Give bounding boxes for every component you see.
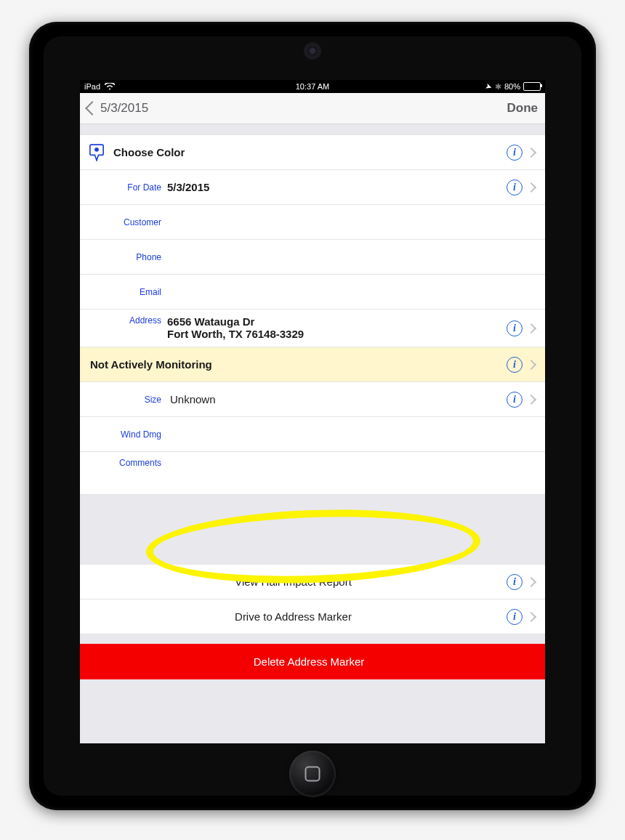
chevron-right-icon — [526, 323, 536, 333]
info-icon[interactable]: i — [507, 179, 523, 195]
battery-icon — [523, 82, 541, 91]
address-line2: Fort Worth, TX 76148-3329 — [167, 328, 304, 340]
phone-label: Phone — [80, 252, 167, 262]
done-button[interactable]: Done — [507, 101, 539, 116]
choose-color-row[interactable]: Choose Color i — [80, 134, 545, 170]
back-title: 5/3/2015 — [100, 101, 148, 116]
nav-bar: 5/3/2015 Done — [80, 93, 545, 124]
chevron-right-icon — [526, 147, 536, 157]
monitoring-label: Not Actively Monitoring — [80, 358, 507, 371]
view-report-row[interactable]: View Hail Impact Report i — [80, 564, 545, 599]
address-value: 6656 Watauga Dr Fort Worth, TX 76148-332… — [167, 315, 507, 340]
location-icon: ➤ — [484, 81, 493, 92]
chevron-right-icon — [526, 359, 536, 369]
delete-marker-label: Delete Address Marker — [80, 655, 538, 668]
customer-label: Customer — [80, 217, 167, 227]
wifi-icon — [105, 83, 115, 90]
front-camera — [308, 47, 317, 55]
comments-label: Comments — [80, 458, 167, 468]
info-icon[interactable]: i — [507, 392, 523, 408]
delete-marker-row[interactable]: Delete Address Marker — [80, 644, 545, 679]
info-icon[interactable]: i — [507, 357, 523, 373]
address-label: Address — [80, 315, 167, 326]
chevron-left-icon — [85, 101, 100, 116]
ipad-frame: iPad 10:37 AM ➤ ✱ 80% 5/3/2015 — [29, 22, 596, 810]
info-icon[interactable]: i — [507, 574, 523, 590]
chevron-right-icon — [526, 182, 536, 192]
address-row[interactable]: Address 6656 Watauga Dr Fort Worth, TX 7… — [80, 309, 545, 347]
carrier-label: iPad — [84, 82, 100, 91]
clock: 10:37 AM — [236, 82, 388, 91]
home-button[interactable] — [289, 751, 336, 797]
view-report-label: View Hail Impact Report — [80, 576, 507, 588]
info-icon[interactable]: i — [507, 320, 523, 336]
choose-color-label: Choose Color — [113, 146, 507, 158]
info-icon[interactable]: i — [507, 145, 523, 161]
for-date-label: For Date — [80, 182, 167, 193]
wind-dmg-row[interactable]: Wind Dmg — [80, 416, 545, 452]
svg-point-0 — [94, 147, 99, 151]
pin-icon — [89, 144, 104, 161]
wind-dmg-label: Wind Dmg — [80, 429, 167, 440]
drive-to-marker-label: Drive to Address Marker — [80, 610, 507, 623]
bluetooth-icon: ✱ — [495, 82, 501, 92]
monitoring-row[interactable]: Not Actively Monitoring i — [80, 347, 545, 382]
email-row[interactable]: Email — [80, 274, 545, 310]
customer-row[interactable]: Customer — [80, 204, 545, 240]
for-date-value: 5/3/2015 — [167, 181, 507, 193]
chevron-right-icon — [526, 394, 536, 404]
email-label: Email — [80, 287, 167, 297]
screen: iPad 10:37 AM ➤ ✱ 80% 5/3/2015 — [80, 80, 545, 743]
phone-row[interactable]: Phone — [80, 239, 545, 275]
for-date-row[interactable]: For Date 5/3/2015 i — [80, 169, 545, 205]
size-label: Size — [80, 395, 167, 405]
address-line1: 6656 Watauga Dr — [167, 315, 254, 328]
size-value: Unknown — [167, 393, 507, 405]
comments-row[interactable]: Comments — [80, 451, 545, 495]
battery-percent: 80% — [504, 82, 520, 91]
status-bar: iPad 10:37 AM ➤ ✱ 80% — [80, 80, 545, 93]
drive-to-marker-row[interactable]: Drive to Address Marker i — [80, 599, 545, 634]
back-button[interactable]: 5/3/2015 — [87, 101, 148, 116]
chevron-right-icon — [526, 611, 536, 621]
size-row[interactable]: Size Unknown i — [80, 381, 545, 417]
info-icon[interactable]: i — [507, 609, 523, 625]
chevron-right-icon — [526, 576, 536, 586]
